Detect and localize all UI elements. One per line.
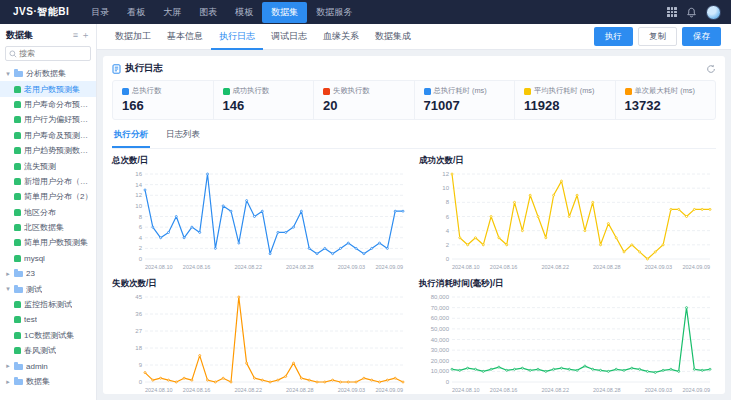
tab-2[interactable]: 执行日志	[211, 24, 263, 50]
dataset-icon	[14, 224, 21, 231]
stat-value: 146	[223, 98, 305, 113]
dataset-icon	[14, 116, 21, 123]
top-navbar: JVS·智能BI 目录看板大屏图表模板数据集数据服务	[0, 0, 731, 24]
sidebar-header: 数据集 ≡ ＋	[0, 24, 96, 45]
svg-text:12: 12	[135, 192, 142, 198]
stat-legend-dot	[424, 88, 431, 95]
svg-text:16: 16	[135, 171, 142, 177]
stat-card-4: 平均执行耗时 (ms)11928	[515, 81, 616, 119]
sidebar-item-label: 监控指标测试	[24, 299, 72, 310]
svg-text:14: 14	[135, 182, 142, 188]
add-dataset-icon[interactable]: ＋	[81, 31, 90, 40]
search-input[interactable]	[19, 49, 87, 58]
sidebar: 数据集 ≡ ＋ ▾分析数据集老用户数预测集用户寿命分布预测集用户行为偏好预测集用…	[0, 24, 97, 400]
sidebar-item[interactable]: 流失预测	[0, 158, 96, 173]
svg-text:2024.08.16: 2024.08.16	[490, 387, 518, 393]
tab-0[interactable]: 数据加工	[107, 24, 159, 50]
svg-text:2024.09.03: 2024.09.03	[338, 264, 366, 270]
sort-icon[interactable]: ≡	[73, 31, 78, 40]
svg-text:6: 6	[446, 214, 450, 220]
chart-title: 执行消耗时间(毫秒)/日	[419, 278, 716, 290]
apps-grid-icon[interactable]	[667, 7, 677, 17]
sidebar-item[interactable]: 春风测试	[0, 343, 96, 358]
sidebar-item[interactable]: ▾分析数据集	[0, 66, 96, 81]
dataset-icon	[14, 132, 21, 139]
sidebar-item[interactable]: 地区分布	[0, 205, 96, 220]
nav-item-4[interactable]: 模板	[226, 2, 262, 23]
stat-value: 71007	[424, 98, 506, 113]
sidebar-item[interactable]: 用户趋势预测数据集	[0, 143, 96, 158]
svg-text:2024.08.16: 2024.08.16	[490, 264, 518, 270]
sub-tab-0[interactable]: 执行分析	[112, 125, 150, 148]
sidebar-item[interactable]: 新增用户分布（日）	[0, 174, 96, 189]
save-button[interactable]: 保存	[682, 27, 721, 46]
dataset-icon	[14, 239, 21, 246]
sidebar-item[interactable]: 用户行为偏好预测集	[0, 112, 96, 127]
caret-icon[interactable]: ▾	[5, 285, 11, 293]
refresh-icon[interactable]	[706, 64, 716, 74]
svg-text:2024.08.22: 2024.08.22	[234, 264, 262, 270]
log-icon	[112, 64, 121, 74]
sidebar-item-label: 分析数据集	[26, 68, 66, 79]
caret-icon[interactable]: ▸	[5, 362, 11, 370]
svg-text:0: 0	[139, 256, 143, 262]
nav-item-0[interactable]: 目录	[82, 2, 118, 23]
stat-card-2: 失败执行数20	[314, 81, 415, 119]
svg-text:2024.09.03: 2024.09.03	[645, 387, 673, 393]
svg-text:2: 2	[139, 245, 143, 251]
sidebar-search	[5, 46, 91, 61]
sidebar-item[interactable]: 1C数据测试集	[0, 328, 96, 343]
chart-title: 失败次数/日	[112, 278, 409, 290]
copy-button[interactable]: 复制	[638, 27, 677, 46]
dataset-icon	[14, 86, 21, 93]
svg-text:0: 0	[446, 379, 450, 385]
dataset-icon	[14, 316, 21, 323]
line-chart: 02468101214162024.08.102024.08.162024.08…	[112, 168, 409, 272]
sidebar-item[interactable]: ▸23	[0, 266, 96, 281]
sidebar-item[interactable]: 北区数据集	[0, 220, 96, 235]
svg-text:2024.08.22: 2024.08.22	[541, 387, 569, 393]
sidebar-item-label: 用户寿命及预测集 ②	[24, 130, 94, 141]
caret-icon[interactable]: ▾	[5, 70, 11, 78]
svg-text:8: 8	[139, 214, 143, 220]
svg-text:6: 6	[139, 224, 143, 230]
tab-1[interactable]: 基本信息	[159, 24, 211, 50]
caret-icon[interactable]: ▸	[5, 378, 11, 386]
main-tabs: 数据加工基本信息执行日志调试日志血缘关系数据集成	[107, 24, 419, 49]
sidebar-item[interactable]: 老用户数预测集	[0, 81, 96, 96]
sidebar-item-label: mysql	[24, 254, 45, 263]
sidebar-item[interactable]: mysql	[0, 251, 96, 266]
caret-icon[interactable]: ▸	[5, 270, 11, 278]
sidebar-item[interactable]: 监控指标测试	[0, 297, 96, 312]
tab-3[interactable]: 调试日志	[263, 24, 315, 50]
sidebar-item-label: test	[24, 315, 37, 324]
stat-label: 平均执行耗时 (ms)	[534, 86, 594, 96]
stats-row: 总执行数166成功执行数146失败执行数20总执行耗时 (ms)71007平均执…	[112, 80, 716, 120]
bell-icon[interactable]	[686, 7, 697, 18]
run-button[interactable]: 执行	[594, 27, 633, 46]
svg-text:2024.08.28: 2024.08.28	[286, 264, 314, 270]
tab-4[interactable]: 血缘关系	[315, 24, 367, 50]
nav-item-6[interactable]: 数据服务	[307, 2, 361, 23]
sidebar-item[interactable]: test	[0, 312, 96, 327]
sidebar-item[interactable]: ▸数据集	[0, 374, 96, 389]
dataset-tree: ▾分析数据集老用户数预测集用户寿命分布预测集用户行为偏好预测集用户寿命及预测集 …	[0, 65, 96, 400]
nav-item-5[interactable]: 数据集	[262, 2, 307, 23]
sidebar-item[interactable]: ▾测试	[0, 281, 96, 296]
sub-tab-1[interactable]: 日志列表	[164, 125, 202, 148]
chart-card-3: 执行消耗时间(毫秒)/日010,00020,00030,00040,00050,…	[419, 278, 716, 394]
svg-text:50,000: 50,000	[431, 326, 450, 332]
sidebar-item[interactable]: 简单用户数预测集	[0, 235, 96, 250]
tab-5[interactable]: 数据集成	[367, 24, 419, 50]
nav-item-3[interactable]: 图表	[190, 2, 226, 23]
sidebar-item[interactable]: 简单用户分布（2）	[0, 189, 96, 204]
svg-text:60,000: 60,000	[431, 315, 450, 321]
sidebar-item[interactable]: 用户寿命分布预测集	[0, 97, 96, 112]
sidebar-item[interactable]: 用户寿命及预测集 ②	[0, 128, 96, 143]
svg-text:10: 10	[442, 185, 449, 191]
sidebar-item[interactable]: ▸admin	[0, 358, 96, 373]
avatar[interactable]	[706, 5, 721, 20]
nav-item-2[interactable]: 大屏	[154, 2, 190, 23]
folder-icon	[14, 287, 23, 293]
nav-item-1[interactable]: 看板	[118, 2, 154, 23]
